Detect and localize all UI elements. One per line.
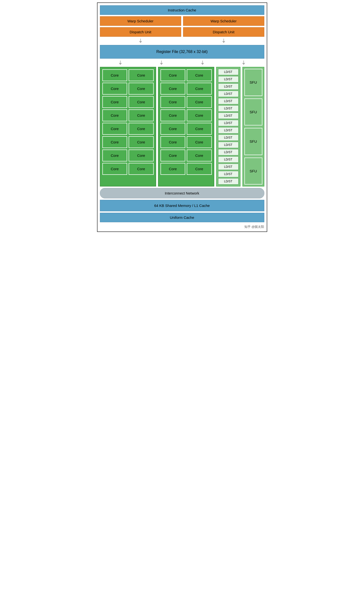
core-g2-2-2: Core bbox=[187, 83, 212, 95]
arrow-2 bbox=[160, 61, 163, 65]
core-g2-5-2: Core bbox=[187, 123, 212, 135]
ldst-2: LD/ST bbox=[218, 76, 239, 82]
ldst-12: LD/ST bbox=[218, 149, 239, 155]
core-8-1: Core bbox=[102, 163, 127, 175]
core-g2-row-8: Core Core bbox=[160, 163, 212, 175]
core-3-1: Core bbox=[102, 96, 127, 108]
shared-memory: 64 KB Shared Memory / L1 Cache bbox=[100, 200, 264, 211]
core-g2-row-7: Core Core bbox=[160, 150, 212, 161]
dispatch-unit-1: Dispatch Unit bbox=[100, 27, 181, 37]
arrow-right bbox=[222, 39, 225, 43]
register-file: Register File (32,768 x 32-bit) bbox=[100, 45, 264, 59]
core-g2-2-1: Core bbox=[160, 83, 186, 95]
core-g2-6-2: Core bbox=[187, 136, 212, 148]
core-g2-7-1: Core bbox=[160, 150, 186, 161]
core-g2-3-2: Core bbox=[187, 96, 212, 108]
core-g2-row-4: Core Core bbox=[160, 109, 212, 121]
core-g2-4-2: Core bbox=[187, 109, 212, 121]
core-row-3: Core Core bbox=[102, 96, 154, 108]
core-1-1: Core bbox=[102, 69, 127, 81]
core-g2-7-2: Core bbox=[187, 150, 212, 161]
core-row-5: Core Core bbox=[102, 123, 154, 135]
ldst-5: LD/ST bbox=[218, 98, 239, 104]
warp-schedulers-row: Warp Scheduler Warp Scheduler bbox=[100, 16, 264, 26]
core-group-1: Core Core Core Core Core Core Core Core … bbox=[100, 67, 156, 186]
ldst-3: LD/ST bbox=[218, 83, 239, 90]
warp-scheduler-1: Warp Scheduler bbox=[100, 16, 181, 26]
core-6-1: Core bbox=[102, 136, 127, 148]
core-7-1: Core bbox=[102, 150, 127, 161]
sfu-2: SFU bbox=[244, 98, 262, 126]
arrow-1 bbox=[119, 61, 122, 65]
core-g2-1-2: Core bbox=[187, 69, 212, 81]
ldst-10: LD/ST bbox=[218, 134, 239, 141]
core-g2-5-1: Core bbox=[160, 123, 186, 135]
core-1-2: Core bbox=[129, 69, 154, 81]
ldst-8: LD/ST bbox=[218, 120, 239, 126]
core-7-2: Core bbox=[129, 150, 154, 161]
core-g2-row-5: Core Core bbox=[160, 123, 212, 135]
ldst-14: LD/ST bbox=[218, 164, 239, 170]
register-arrows bbox=[100, 60, 264, 65]
ldst-9: LD/ST bbox=[218, 127, 239, 133]
core-group-2: Core Core Core Core Core Core Core Core … bbox=[158, 67, 214, 186]
core-g2-6-1: Core bbox=[160, 136, 186, 148]
core-g2-8-2: Core bbox=[187, 163, 212, 175]
core-g2-row-1: Core Core bbox=[160, 69, 212, 81]
sfu-4: SFU bbox=[244, 158, 262, 185]
arrow-4 bbox=[242, 61, 245, 65]
core-row-7: Core Core bbox=[102, 150, 154, 161]
uniform-cache: Uniform Cache bbox=[100, 213, 264, 222]
ldst-15: LD/ST bbox=[218, 171, 239, 177]
core-5-1: Core bbox=[102, 123, 127, 135]
sfu-1: SFU bbox=[244, 69, 262, 96]
ldst-1: LD/ST bbox=[218, 69, 239, 75]
core-row-4: Core Core bbox=[102, 109, 154, 121]
core-row-8: Core Core bbox=[102, 163, 154, 175]
ldst-13: LD/ST bbox=[218, 156, 239, 163]
sfu-group: SFU SFU SFU SFU bbox=[242, 67, 264, 186]
main-units-row: Core Core Core Core Core Core Core Core … bbox=[100, 67, 264, 186]
core-g2-4-1: Core bbox=[160, 109, 186, 121]
dispatch-arrows bbox=[100, 38, 264, 44]
core-row-2: Core Core bbox=[102, 83, 154, 95]
core-2-1: Core bbox=[102, 83, 127, 95]
watermark: 知乎 @掘太阳 bbox=[100, 224, 264, 229]
core-2-2: Core bbox=[129, 83, 154, 95]
ldst-11: LD/ST bbox=[218, 142, 239, 148]
arrow-3 bbox=[201, 61, 204, 65]
core-g2-row-2: Core Core bbox=[160, 83, 212, 95]
sfu-3: SFU bbox=[244, 128, 262, 155]
warp-scheduler-2: Warp Scheduler bbox=[183, 16, 264, 26]
dispatch-unit-2: Dispatch Unit bbox=[183, 27, 264, 37]
gpu-sm-diagram: Instruction Cache Warp Scheduler Warp Sc… bbox=[97, 2, 267, 232]
interconnect-network: Interconnect Network bbox=[100, 188, 264, 198]
core-g2-3-1: Core bbox=[160, 96, 186, 108]
core-3-2: Core bbox=[129, 96, 154, 108]
core-g2-row-6: Core Core bbox=[160, 136, 212, 148]
core-5-2: Core bbox=[129, 123, 154, 135]
ldst-16: LD/ST bbox=[218, 178, 239, 185]
core-g2-row-3: Core Core bbox=[160, 96, 212, 108]
core-row-1: Core Core bbox=[102, 69, 154, 81]
ldst-7: LD/ST bbox=[218, 113, 239, 119]
ldst-group: LD/ST LD/ST LD/ST LD/ST LD/ST LD/ST LD/S… bbox=[216, 67, 240, 186]
ldst-4: LD/ST bbox=[218, 91, 239, 97]
core-g2-1-1: Core bbox=[160, 69, 186, 81]
core-8-2: Core bbox=[129, 163, 154, 175]
arrow-left bbox=[139, 39, 142, 43]
core-6-2: Core bbox=[129, 136, 154, 148]
dispatch-units-row: Dispatch Unit Dispatch Unit bbox=[100, 27, 264, 37]
core-g2-8-1: Core bbox=[160, 163, 186, 175]
core-4-2: Core bbox=[129, 109, 154, 121]
core-row-6: Core Core bbox=[102, 136, 154, 148]
ldst-6: LD/ST bbox=[218, 105, 239, 112]
instruction-cache: Instruction Cache bbox=[100, 5, 264, 15]
core-4-1: Core bbox=[102, 109, 127, 121]
